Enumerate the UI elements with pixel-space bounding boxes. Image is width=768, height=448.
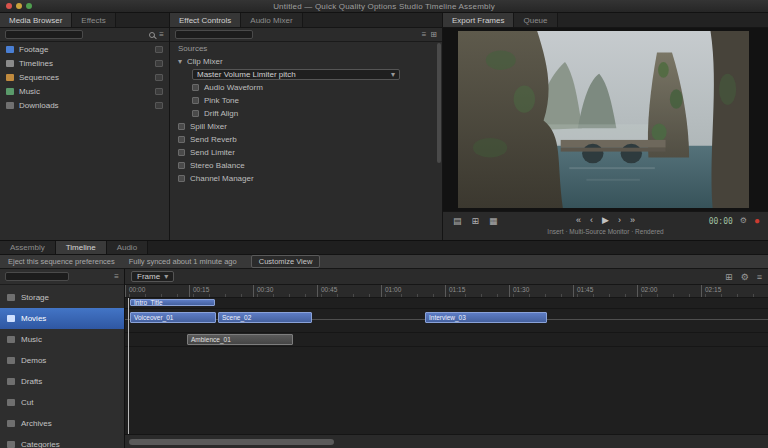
effects-list: Sources ▾ Clip Mixer Master Volume Limit… [170, 42, 436, 240]
limiter-dropdown[interactable]: Master Volume Limiter pitch ▾ [192, 69, 400, 80]
tab-export-frames[interactable]: Export Frames [443, 13, 514, 27]
effects-row-sources[interactable]: Sources [170, 42, 436, 55]
chevron-down-icon[interactable]: ▾ [178, 57, 182, 66]
project-item-label: Timelines [19, 59, 53, 68]
toolbar-right-icons: ⊞ ⚙ ≡ [725, 272, 762, 282]
minimize-button[interactable] [16, 3, 22, 9]
customize-view-button[interactable]: Customize View [251, 255, 321, 268]
effects-row-label: Audio Waveform [204, 83, 263, 92]
bin-item-music[interactable]: Music [0, 329, 124, 350]
item-badge-icon[interactable] [155, 88, 163, 95]
gear-icon[interactable]: ⚙ [740, 217, 747, 225]
bin-item-categories[interactable]: Categories [0, 434, 124, 448]
timeline-clip[interactable]: Voiceover_01 [130, 312, 216, 323]
tab-effects[interactable]: Effects [72, 13, 115, 27]
panel-grid-icon[interactable]: ⊞ [430, 31, 437, 39]
tab-assembly[interactable]: Assembly [0, 241, 56, 254]
effects-row[interactable]: Stereo Balance [170, 159, 436, 172]
sort-icon[interactable]: ≡ [114, 273, 119, 281]
effects-row[interactable]: Audio Waveform [170, 81, 436, 94]
playhead[interactable] [128, 298, 129, 434]
timeline-clip-audio[interactable]: Ambience_01 [187, 334, 293, 345]
transport-bar: ▤ ⊞ ▦ « ‹ ▶ › » Insert · Multi-Source Mo… [443, 211, 768, 240]
step-forward-icon[interactable]: » [630, 215, 635, 225]
effects-row-label: Sources [178, 44, 207, 53]
snap-icon[interactable]: ⊞ [725, 272, 733, 282]
scrollbar-thumb[interactable] [129, 439, 334, 445]
effects-row[interactable]: Send Limiter [170, 146, 436, 159]
effects-search-input[interactable] [175, 30, 253, 39]
music-icon [7, 336, 15, 343]
bin-search-input[interactable] [5, 272, 69, 281]
dropdown-value: Master Volume Limiter pitch [197, 70, 296, 79]
timeline-clip[interactable]: Interview_03 [425, 312, 547, 323]
title-bar: Untitled — Quick Quality Options Studio … [0, 0, 768, 13]
effects-row-clip-mixer[interactable]: ▾ Clip Mixer [170, 55, 436, 68]
effects-search-row: ≡ ⊞ [170, 28, 442, 42]
timeline-clip[interactable]: Scene_02 [218, 312, 312, 323]
tab-media-browser[interactable]: Media Browser [0, 13, 72, 27]
timeline-ruler[interactable]: 00:00 00:15 00:30 00:45 01:00 01:15 01:3… [125, 285, 768, 298]
timeline-toolbar: Frame ▾ ⊞ ⚙ ≡ [125, 269, 768, 285]
tab-queue[interactable]: Queue [514, 13, 557, 27]
horizontal-scrollbar[interactable] [125, 434, 768, 448]
item-badge-icon[interactable] [155, 60, 163, 67]
settings-icon[interactable]: ⚙ [741, 272, 749, 282]
bin-item-storage[interactable]: Storage [0, 287, 124, 308]
tab-audio-mixer[interactable]: Audio Mixer [241, 13, 302, 27]
next-frame-icon[interactable]: › [618, 215, 621, 225]
effects-scrollbar[interactable] [437, 43, 441, 163]
top-panels: Media Browser Effects ≡ Footage Timeline… [0, 13, 768, 240]
tab-audio[interactable]: Audio [107, 241, 148, 254]
bin-item-movies[interactable]: Movies [0, 308, 124, 329]
folder-icon [7, 294, 15, 301]
effects-row-label: Drift Align [204, 109, 238, 118]
sequence-icon [6, 60, 14, 67]
prev-frame-icon[interactable]: ‹ [590, 215, 593, 225]
project-item[interactable]: Downloads [0, 98, 169, 112]
bin-search-row: ≡ [0, 269, 124, 285]
project-search-input[interactable] [5, 30, 83, 39]
effects-row-label: Channel Manager [190, 174, 254, 183]
frame-dropdown-value: Frame [137, 272, 160, 281]
item-badge-icon[interactable] [155, 74, 163, 81]
menu-icon[interactable]: ≡ [757, 272, 762, 282]
timeline-clip[interactable]: Intro_Title [130, 299, 215, 306]
record-button[interactable]: ● [754, 216, 760, 226]
project-item[interactable]: Sequences [0, 70, 169, 84]
scissors-icon [7, 399, 15, 406]
project-item-label: Downloads [19, 101, 59, 110]
tab-effect-controls[interactable]: Effect Controls [170, 13, 241, 27]
frame-dropdown[interactable]: Frame ▾ [131, 271, 174, 282]
play-icon[interactable]: ▶ [602, 215, 609, 225]
effects-row-master-limiter: Master Volume Limiter pitch ▾ [170, 68, 436, 81]
effects-row[interactable]: Drift Align [170, 107, 436, 120]
project-item[interactable]: Footage [0, 42, 169, 56]
item-badge-icon[interactable] [155, 102, 163, 109]
ruler-tick: 01:30 [509, 285, 573, 297]
timeline-tracks: Intro_Title Voiceover_01 Scene_02 Interv… [125, 298, 768, 434]
zoom-button[interactable] [26, 3, 32, 9]
project-item[interactable]: Music [0, 84, 169, 98]
bin-item-list: Storage Movies Music Demos [0, 287, 124, 448]
project-item[interactable]: Timelines [0, 56, 169, 70]
effects-row[interactable]: Pink Tone [170, 94, 436, 107]
ruler-tick: 01:00 [381, 285, 445, 297]
panel-menu-icon[interactable]: ≡ [422, 31, 427, 39]
bin-item-drafts[interactable]: Drafts [0, 371, 124, 392]
bin-item-archives[interactable]: Archives [0, 413, 124, 434]
list-view-icon[interactable]: ≡ [159, 31, 164, 39]
search-icon[interactable] [149, 32, 155, 38]
effects-row-label: Pink Tone [204, 96, 239, 105]
ruler-tick: 01:15 [445, 285, 509, 297]
item-badge-icon[interactable] [155, 46, 163, 53]
effects-row[interactable]: Send Reverb [170, 133, 436, 146]
bin-item-demos[interactable]: Demos [0, 350, 124, 371]
close-button[interactable] [6, 3, 12, 9]
bin-item-cut[interactable]: Cut [0, 392, 124, 413]
effects-row[interactable]: Channel Manager [170, 172, 436, 185]
tab-timeline[interactable]: Timeline [56, 241, 107, 254]
step-back-icon[interactable]: « [576, 215, 581, 225]
effects-row[interactable]: Spill Mixer [170, 120, 436, 133]
effect-icon [192, 110, 199, 117]
